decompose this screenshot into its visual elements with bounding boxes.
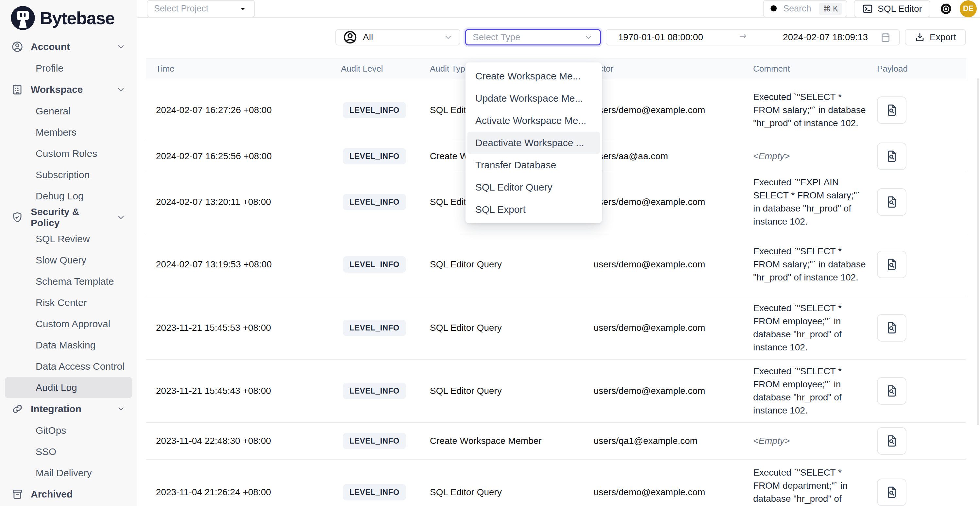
view-payload-button[interactable] [877,427,907,455]
sidebar-item-gitops[interactable]: GitOps [5,420,132,441]
date-to-value: 2024-02-07 18:09:13 [783,32,868,43]
brand-logo[interactable]: Bytebase [0,0,137,36]
sidebar-item-audit-log[interactable]: Audit Log [5,377,132,398]
date-range-picker[interactable]: 1970-01-01 08:00:00 2024-02-07 18:09:13 [606,29,900,45]
sidebar-item-data-access-control[interactable]: Data Access Control [5,356,132,377]
chevron-down-icon [116,212,126,222]
audit-comment: <Empty> [753,150,867,163]
audit-comment: <Empty> [753,434,867,447]
sidebar-section-archived[interactable]: Archived [0,484,137,505]
view-payload-button[interactable] [877,479,907,506]
audit-comment: Executed `"SELECT * FROM employee;"` in … [753,302,867,354]
bytebase-app: Bytebase Account Profile Workspace Gener… [0,0,980,506]
search-shortcut-badge: ⌘ K [819,3,842,15]
audit-comment: Executed `"SELECT * FROM salary;"` in da… [753,91,867,130]
audit-actor: users/demo@example.com [593,259,753,270]
type-filter-placeholder: Select Type [473,32,584,43]
actor-filter-select[interactable]: All [336,29,460,45]
sidebar-item-slow-query[interactable]: Slow Query [5,250,132,271]
date-from-value: 1970-01-01 08:00:00 [618,32,703,43]
chevron-down-icon [584,32,593,42]
audit-comment: Executed `"EXPLAIN SELECT * FROM salary;… [753,176,867,228]
menu-item-deactivate-workspace[interactable]: Deactivate Workspace ... [468,132,600,154]
sidebar-item-general[interactable]: General [5,100,132,122]
chevron-down-icon [238,4,248,14]
sidebar-item-members[interactable]: Members [5,122,132,143]
settings-button[interactable] [939,2,953,16]
sidebar-item-custom-roles[interactable]: Custom Roles [5,143,132,164]
chevron-down-icon [443,32,453,42]
sidebar-item-debug-log[interactable]: Debug Log [5,185,132,207]
audit-comment: Executed `"SELECT * FROM department;"` i… [753,466,867,506]
audit-actor: users/demo@example.com [593,386,753,396]
sidebar-item-subscription[interactable]: Subscription [5,164,132,185]
download-icon [915,32,925,43]
actor-filter-value: All [363,32,438,43]
export-button[interactable]: Export [905,29,966,45]
scrollbar-thumb[interactable] [977,78,979,425]
search-input[interactable]: Search ⌘ K [763,0,847,18]
audit-time: 2024-02-07 16:27:26 +08:00 [146,105,341,115]
gear-icon [939,2,953,16]
audit-level-badge: LEVEL_INFO [343,256,406,273]
export-label: Export [930,32,956,43]
audit-actor: users/demo@example.com [593,323,753,333]
view-payload-button[interactable] [877,188,907,216]
sidebar-item-profile[interactable]: Profile [5,57,132,79]
document-search-icon [885,258,899,271]
type-filter-select[interactable]: Select Type [465,29,601,45]
sidebar-section-integration[interactable]: Integration [0,398,137,420]
header-comment: Comment [753,64,877,74]
project-select[interactable]: Select Project [147,0,255,18]
audit-time: 2023-11-04 22:48:30 +08:00 [146,436,341,446]
audit-level-badge: LEVEL_INFO [343,484,406,500]
document-search-icon [885,150,899,163]
menu-item-sql-editor-query[interactable]: SQL Editor Query [468,176,600,199]
sidebar-item-risk-center[interactable]: Risk Center [5,292,132,313]
menu-item-transfer-database[interactable]: Transfer Database [468,154,600,176]
sidebar-item-custom-approval[interactable]: Custom Approval [5,313,132,334]
chevron-down-icon [116,42,126,52]
sql-editor-button[interactable]: SQL Editor [854,0,930,18]
audit-type: SQL Editor Query [430,487,593,498]
sidebar-nav: Account Profile Workspace General Member… [0,36,137,505]
sidebar-item-mail-delivery[interactable]: Mail Delivery [5,462,132,484]
view-payload-button[interactable] [877,143,907,170]
audit-type: SQL Editor Query [430,323,593,333]
view-payload-button[interactable] [877,314,907,342]
audit-actor: users/qa1@example.com [593,436,753,446]
document-search-icon [885,195,899,209]
audit-comment: Executed `"SELECT * FROM employee;"` in … [753,365,867,417]
chevron-down-icon [116,85,126,94]
menu-item-sql-export[interactable]: SQL Export [468,199,600,221]
header-audit-level: Audit Level [341,64,430,74]
sidebar-item-data-masking[interactable]: Data Masking [5,334,132,356]
sidebar-section-security-policy[interactable]: Security & Policy [0,207,137,228]
project-select-label: Select Project [154,3,238,14]
calendar-icon [880,31,891,43]
menu-item-create-workspace-me[interactable]: Create Workspace Me... [468,65,600,87]
header-actor: Actor [593,64,753,74]
sidebar-section-workspace[interactable]: Workspace [0,79,137,100]
sidebar-item-sql-review[interactable]: SQL Review [5,228,132,250]
audit-time: 2023-11-21 15:45:43 +08:00 [146,386,341,396]
menu-item-activate-workspace-me[interactable]: Activate Workspace Me... [468,110,600,132]
menu-item-update-workspace-me[interactable]: Update Workspace Me... [468,87,600,110]
sidebar-section-account[interactable]: Account [0,36,137,57]
table-row: 2023-11-21 15:45:53 +08:00 LEVEL_INFO SQ… [146,296,966,360]
sidebar-item-schema-template[interactable]: Schema Template [5,271,132,292]
document-search-icon [885,485,899,499]
view-payload-button[interactable] [877,251,907,278]
type-filter-menu: Create Workspace Me... Update Workspace … [466,62,602,223]
view-payload-button[interactable] [877,96,907,124]
audit-time: 2023-11-04 21:26:24 +08:00 [146,487,341,498]
brand-name: Bytebase [40,8,115,28]
view-payload-button[interactable] [877,377,907,405]
audit-level-badge: LEVEL_INFO [343,102,406,118]
sidebar-item-sso[interactable]: SSO [5,441,132,462]
table-row: 2023-11-21 15:45:43 +08:00 LEVEL_INFO SQ… [146,360,966,423]
audit-actor: users/demo@example.com [593,487,753,498]
terminal-icon [862,3,873,14]
user-avatar[interactable]: DE [960,0,977,18]
search-icon [769,3,779,14]
